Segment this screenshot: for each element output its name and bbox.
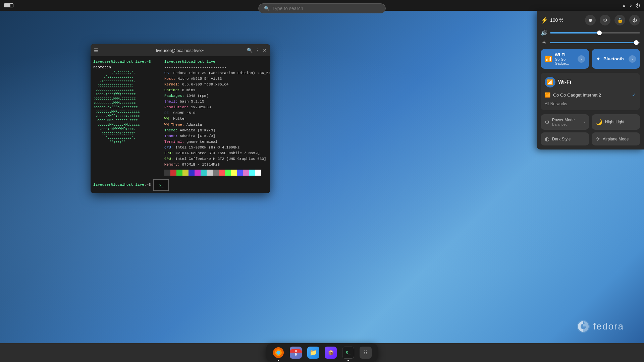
neofetch-packages: Packages: 1948 (rpm) <box>164 93 270 99</box>
neofetch-shell: Shell: bash 5.2.15 <box>164 99 270 105</box>
neofetch-resolution: Resolution: 644x362 <box>164 105 270 110</box>
search-input[interactable] <box>272 6 380 11</box>
battery-percent-label: 100 % <box>550 17 564 23</box>
bottom-toggles-row2: ◐ Dark Style ✈ Airplane Mode <box>541 132 640 145</box>
neofetch-info-column: liveuser@localhost-live ----------------… <box>164 59 270 176</box>
battery-display: ⚡ 100 % <box>541 16 564 24</box>
neofetch-uptime: Uptime: 6 mins <box>164 87 270 93</box>
neofetch-username: liveuser@localhost-live <box>164 59 270 65</box>
night-light-button[interactable]: 🌙 Night Light <box>592 114 640 130</box>
battery-icon: ⚡ <box>541 16 548 24</box>
terminal-title-group: ☰ <box>94 48 98 53</box>
wifi-quick-button[interactable]: 📶 Wi-Fi Go Go Gadge... › <box>541 49 589 69</box>
screen-record-button[interactable]: ⏺ <box>585 15 596 25</box>
wifi-section-header: 📶 Wi-Fi <box>545 77 636 87</box>
battery-indicator <box>4 3 13 7</box>
power-mode-button[interactable]: ⚙ Power Mode Balanced › <box>541 114 589 130</box>
neofetch-ascii-art: .',;::::;,'. .';:cccccccc:,. .;ccccccccc… <box>93 70 160 144</box>
terminal-titlebar: ☰ liveuser@localhost-live:~ 🔍 ⋮ ✕ <box>91 44 270 56</box>
dock-item-files[interactable]: 📁 <box>306 345 321 360</box>
bluetooth-quick-icon: ✦ <box>596 55 601 63</box>
dock-item-calendar[interactable]: ▦ 6 <box>288 345 303 360</box>
terminal-color-bar <box>164 170 270 176</box>
files-icon: 📁 <box>307 347 319 359</box>
wifi-network-item[interactable]: 📶 Go Go Gadget Internet 2 ✓ <box>545 91 636 99</box>
neofetch-separator: ---------------------------- <box>164 65 270 70</box>
dark-style-label: Dark Style <box>552 137 571 141</box>
dock-item-firefox[interactable] <box>271 345 286 360</box>
terminal-dock-icon: $_ <box>342 347 354 359</box>
neofetch-theme: Theme: Adwaita [GTK2/3] <box>164 128 270 133</box>
svg-point-3 <box>276 351 280 355</box>
topbar-left <box>4 3 13 7</box>
neofetch-de: DE: GNOME 45.0 <box>164 110 270 116</box>
app-grid-icon: ⠿ <box>360 347 372 359</box>
bluetooth-quick-button[interactable]: ✦ Bluetooth › <box>592 49 640 69</box>
wifi-all-networks[interactable]: All Networks <box>545 102 636 106</box>
quick-toggles-row: 📶 Wi-Fi Go Go Gadge... › ✦ Bluetooth › <box>541 49 640 69</box>
lock-button[interactable]: 🔒 <box>614 15 625 25</box>
brightness-track[interactable] <box>550 42 640 43</box>
terminal-close-icon[interactable]: ✕ <box>263 48 267 53</box>
bluetooth-quick-arrow[interactable]: › <box>629 55 636 63</box>
wifi-network-name: Go Go Gadget Internet 2 <box>553 93 629 98</box>
mini-terminal-icon: $_ <box>153 179 169 191</box>
taskbar: ▦ 6 📁 📦 $_ ⠿ <box>0 343 644 362</box>
power-mode-label: Power Mode <box>552 118 575 122</box>
fedora-logo: fedora <box>577 320 624 333</box>
bluetooth-quick-title: Bluetooth <box>603 56 626 61</box>
airplane-mode-label: Airplane Mode <box>603 137 629 141</box>
firefox-icon <box>272 347 284 359</box>
dark-style-icon: ◐ <box>545 136 549 142</box>
neofetch-art-column: liveuser@localhost-live:~$ neofetch .',;… <box>93 59 160 176</box>
dock: ▦ 6 📁 📦 $_ ⠿ <box>266 343 378 362</box>
neofetch-gpu2: GPU: Intel CoffeeLake-H GT2 [UHD Graphic… <box>164 156 270 162</box>
fedora-logo-text: fedora <box>593 321 624 332</box>
wifi-network-signal-icon: 📶 <box>545 92 550 98</box>
search-bar[interactable]: 🔍 <box>258 3 386 13</box>
dock-active-indicator-firefox <box>278 360 279 361</box>
volume-track[interactable] <box>550 32 640 34</box>
software-icon: 📦 <box>325 347 337 359</box>
power-mode-text: Power Mode Balanced <box>552 118 575 126</box>
dark-style-button[interactable]: ◐ Dark Style <box>541 132 589 145</box>
night-light-icon: 🌙 <box>596 119 602 125</box>
wifi-section-icon: 📶 <box>545 77 555 87</box>
neofetch-gpu1: GPU: NVIDIA GeForce GTX 1650 Mobile / Ma… <box>164 150 270 156</box>
wifi-quick-text: Wi-Fi Go Go Gadge... <box>555 52 575 65</box>
dock-item-software[interactable]: 📦 <box>323 345 338 360</box>
terminal-controls: 🔍 ⋮ ✕ <box>247 48 267 53</box>
bluetooth-quick-text: Bluetooth <box>603 56 626 61</box>
terminal-window: ☰ liveuser@localhost-live:~ 🔍 ⋮ ✕ liveus… <box>91 44 270 193</box>
terminal-bottom-prompt: liveuser@localhost-live:~$ $_ <box>93 178 267 190</box>
settings-button[interactable]: ⚙ <box>600 15 610 25</box>
search-icon: 🔍 <box>264 6 270 11</box>
terminal-content: liveuser@localhost-live:~$ neofetch .',;… <box>91 56 270 193</box>
terminal-menu-dots-icon[interactable]: ⋮ <box>255 48 260 53</box>
panel-top-row: ⚡ 100 % ⏺ ⚙ 🔒 ⏻ <box>541 15 640 25</box>
panel-action-icons: ⏺ ⚙ 🔒 ⏻ <box>585 15 640 25</box>
wifi-quick-icon: 📶 <box>545 55 552 63</box>
terminal-title: liveuser@localhost-live:~ <box>156 48 204 53</box>
power-mode-sublabel: Balanced <box>552 122 575 126</box>
wifi-expanded-section: 📶 Wi-Fi 📶 Go Go Gadget Internet 2 ✓ All … <box>541 73 640 110</box>
terminal-menu-icon[interactable]: ☰ <box>94 48 98 53</box>
airplane-mode-button[interactable]: ✈ Airplane Mode <box>592 132 640 145</box>
brightness-icon: ☀ <box>541 39 547 46</box>
terminal-search-icon[interactable]: 🔍 <box>247 48 253 53</box>
wifi-quick-subtitle: Go Go Gadge... <box>555 57 575 65</box>
wifi-quick-arrow[interactable]: › <box>578 55 585 63</box>
dock-item-app-grid[interactable]: ⠿ <box>358 345 373 360</box>
brightness-fill <box>550 42 638 43</box>
wifi-section-title: Wi-Fi <box>558 79 571 85</box>
bottom-toggles-row1: ⚙ Power Mode Balanced › 🌙 Night Light <box>541 114 640 130</box>
wifi-connected-checkmark: ✓ <box>632 92 636 98</box>
power-button[interactable]: ⏻ <box>629 15 640 25</box>
volume-icon: 🔊 <box>541 29 547 36</box>
dock-item-terminal[interactable]: $_ <box>341 345 356 360</box>
brightness-slider-row: ☀ <box>541 39 640 46</box>
neofetch-cpu: CPU: Intel i5-9300H (8) @ 4.100GHz <box>164 145 270 150</box>
power-mode-arrow: › <box>584 120 585 124</box>
neofetch-host: Host: Nitro AN515-54 V1.33 <box>164 76 270 82</box>
terminal-prompt-line: liveuser@localhost-live:~$ neofetch <box>93 59 160 70</box>
